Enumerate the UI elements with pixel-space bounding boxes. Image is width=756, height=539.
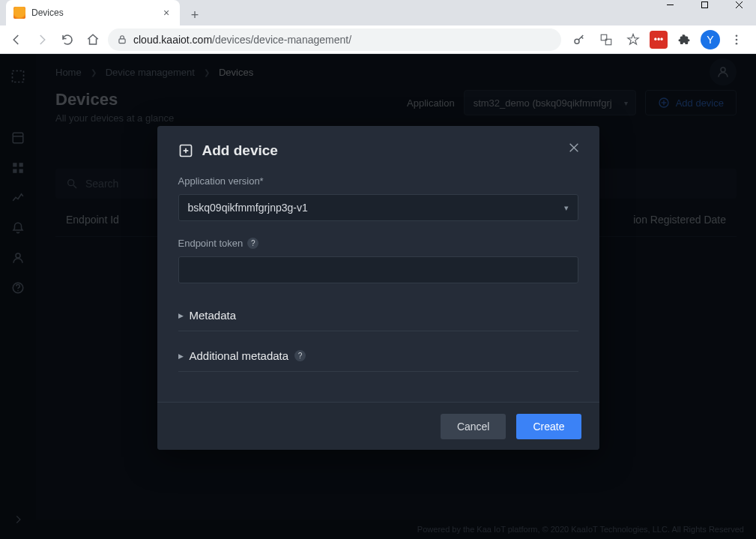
favicon-icon [13,7,25,19]
additional-metadata-section-toggle[interactable]: ▶ Additional metadata ? [178,339,578,372]
app-version-label: Application version* [178,175,578,187]
cancel-button[interactable]: Cancel [441,414,506,439]
home-button[interactable] [82,29,103,50]
svg-point-5 [575,39,579,43]
svg-point-9 [736,38,738,40]
key-icon[interactable] [569,29,590,50]
add-box-icon [178,143,193,158]
browser-toolbar: cloud.kaaiot.com/devices/device-manageme… [0,25,756,54]
close-window-icon[interactable] [722,0,756,16]
tab-strip: Devices × + [0,0,756,25]
svg-point-8 [736,34,738,37]
lock-icon [117,34,127,45]
bookmark-star-icon[interactable] [623,29,644,50]
url-text: cloud.kaaiot.com/devices/device-manageme… [133,34,351,46]
tab-title: Devices [31,7,154,18]
caret-right-icon: ▶ [178,312,184,319]
help-icon[interactable]: ? [294,350,306,361]
close-tab-icon[interactable]: × [160,7,172,19]
page-content: Home ❯ Device management ❯ Devices Devic… [0,54,756,539]
app-version-select[interactable]: bskq09qikfmmfgrjnp3g-v1 [178,194,578,221]
help-icon[interactable]: ? [247,238,258,249]
new-tab-button[interactable]: + [184,4,205,25]
modal-overlay[interactable]: Add device Application version* bskq09qi… [0,54,756,539]
back-button[interactable] [6,29,27,50]
address-bar[interactable]: cloud.kaaiot.com/devices/device-manageme… [108,28,561,51]
svg-rect-1 [701,1,707,7]
browser-tab[interactable]: Devices × [6,0,180,25]
profile-avatar[interactable]: Y [701,30,720,49]
extension-lastpass-icon[interactable]: ••• [650,31,668,49]
caret-right-icon: ▶ [178,352,184,360]
modal-title: Add device [202,142,278,159]
extensions-puzzle-icon[interactable] [674,29,695,50]
reload-button[interactable] [57,29,78,50]
endpoint-token-input[interactable] [178,256,578,283]
minimize-window-icon[interactable] [653,0,687,16]
metadata-section-toggle[interactable]: ▶ Metadata [178,298,578,331]
svg-point-10 [736,42,738,44]
endpoint-token-label: Endpoint token ? [178,238,578,249]
browser-menu-icon[interactable] [726,29,747,50]
close-modal-button[interactable] [563,137,584,158]
forward-button[interactable] [31,29,52,50]
maximize-window-icon[interactable] [687,0,722,16]
translate-icon[interactable] [596,29,617,50]
add-device-modal: Add device Application version* bskq09qi… [157,126,599,450]
svg-rect-4 [119,38,125,43]
create-button[interactable]: Create [516,414,581,439]
